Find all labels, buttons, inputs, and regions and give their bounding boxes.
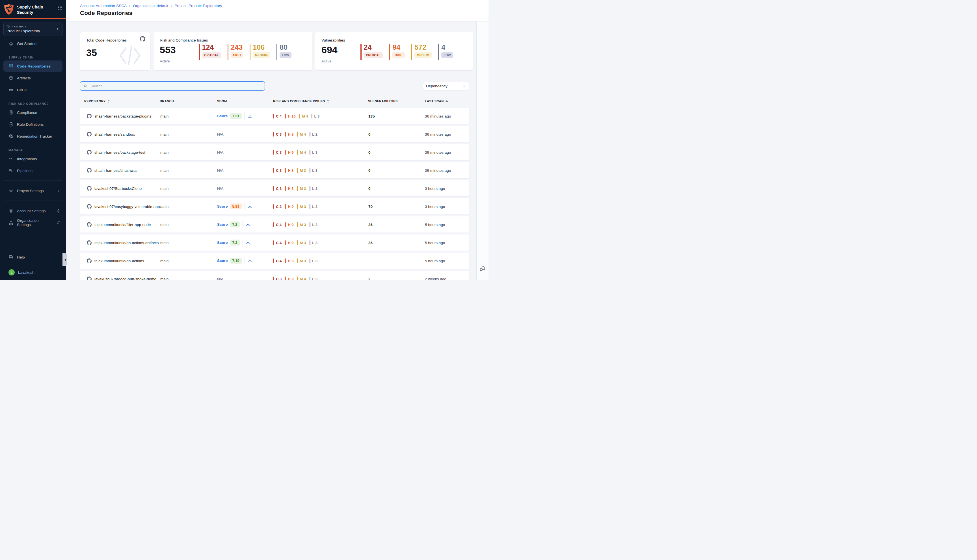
sidebar-item-remediation-tracker[interactable]: Remediation Tracker	[3, 130, 62, 142]
repository-link[interactable]: shash-harness/sandbox	[87, 132, 135, 137]
home-icon	[8, 41, 13, 46]
table-row[interactable]: shash-harness/shashwatmainN/AC 3H 8M 3L …	[80, 162, 469, 178]
table-row[interactable]: lavakush07/StarbucksClonemainN/AC 3H 8M …	[80, 180, 469, 197]
sbom-score-value: 5.83	[230, 203, 242, 209]
issues-medium: M 3	[297, 168, 306, 173]
severity-count: 243	[230, 44, 242, 51]
compliance-icon	[8, 110, 13, 115]
sidebar-item-organization-settings[interactable]: Organization Settings	[3, 217, 62, 228]
download-sbom-icon[interactable]	[248, 204, 252, 209]
severity-bar	[285, 240, 286, 245]
sidebar-item-artifacts[interactable]: Artifacts	[3, 72, 62, 83]
issues-critical: C 3	[273, 186, 282, 191]
issues-medium: M 3	[297, 258, 306, 263]
user-menu[interactable]: L Lavakush	[3, 267, 62, 278]
sidebar-section-supply-chain: SUPPLY CHAIN	[8, 56, 66, 59]
sbom-cell: Score7.19	[217, 257, 252, 265]
download-sbom-icon[interactable]	[248, 258, 252, 263]
column-header-last-scan[interactable]: LAST SCAN	[425, 100, 448, 103]
table-header-row: REPOSITORYBRANCHSBOMRISK AND COMPLIANCE …	[80, 97, 469, 108]
dependency-filter-dropdown[interactable]: Dependency	[423, 82, 469, 90]
column-header-repository[interactable]: REPOSITORY	[84, 100, 110, 103]
search-input[interactable]	[90, 83, 262, 88]
table-body: shash-harness/backstage-pluginsmainScore…	[80, 108, 469, 280]
table-row[interactable]: shash-harness/backstage-pluginsmainScore…	[80, 108, 469, 124]
breadcrumb-link[interactable]: Organization: default	[133, 4, 168, 8]
main-content: Total Code Repositories 35 Risk and Comp…	[66, 22, 476, 280]
repository-link[interactable]: shash-harness/backstage-test	[87, 150, 145, 155]
divider	[244, 112, 245, 120]
search-icon	[84, 84, 88, 88]
sidebar-section-manage: MANAGE	[8, 148, 66, 152]
sidebar-item-label: Rule Definitions	[17, 122, 44, 127]
last-scan-cell: 2 weeks ago	[425, 277, 446, 280]
repository-link[interactable]: tejakummarikuntla/filler-app-node	[87, 222, 151, 227]
issues-low: L 3	[309, 168, 317, 173]
issues-cell: C 3H 9M 3L 3	[273, 204, 317, 209]
chat-bubbles-icon[interactable]	[479, 265, 486, 272]
issues-medium: M 3	[297, 240, 306, 245]
table-row[interactable]: lavakush07/argocd-hub-spoke-demomainN/AC…	[80, 271, 469, 280]
module-grid-icon[interactable]	[58, 5, 62, 10]
card-title: Total Code Repositories	[86, 38, 127, 42]
sidebar-item-integrations[interactable]: Integrations	[3, 153, 62, 165]
brand-header: Supply Chain Security	[0, 0, 66, 18]
table-row[interactable]: shash-harness/sandboxmainN/AC 3H 8M 4L 2…	[80, 126, 469, 142]
sbom-score-label: Score	[217, 204, 228, 208]
branch-cell: main	[160, 168, 169, 172]
download-sbom-icon[interactable]	[248, 114, 252, 118]
sidebar-item-ci-cd[interactable]: CI/CD	[3, 84, 62, 95]
repository-link[interactable]: lavakush07/argocd-hub-spoke-demo	[87, 276, 156, 280]
issues-low: L 3	[309, 204, 317, 209]
branch-cell: main	[160, 258, 169, 263]
severity-count: 572	[414, 44, 426, 51]
sidebar-collapse-handle[interactable]: ◀	[62, 253, 67, 266]
repository-link[interactable]: tejakummarikuntla/gh-actions	[87, 258, 144, 263]
sidebar-item-code-repositories[interactable]: Code Repositories	[3, 60, 62, 72]
vulns-severity-low: 4LOW	[438, 44, 453, 60]
vulns-severity-high: 94HIGH	[389, 44, 405, 60]
sidebar-item-project-settings[interactable]: Project Settings	[3, 185, 62, 197]
vulnerabilities-cell: 2	[368, 277, 371, 280]
repository-link[interactable]: lavakush07/easybuggy-vulnerable-app...	[87, 204, 163, 209]
vulnerabilities-cell: 70	[368, 204, 372, 208]
breadcrumb-link[interactable]: Account: Automation-SSCA	[80, 4, 127, 8]
github-icon	[140, 36, 145, 42]
repository-name: shash-harness/backstage-test	[94, 150, 145, 154]
sidebar-nav: Get StartedSUPPLY CHAINCode Repositories…	[0, 36, 66, 228]
table-row[interactable]: tejakummarikuntla/gh-actionsmainScore7.1…	[80, 253, 469, 269]
repository-link[interactable]: shash-harness/shashwat	[87, 168, 137, 173]
table-row[interactable]: tejakummarikuntla/filler-app-nodemainSco…	[80, 217, 469, 233]
sidebar-item-compliance[interactable]: Compliance	[3, 107, 62, 118]
issues-cell: C 3H 8M 4L 2	[273, 132, 317, 137]
sidebar-item-help[interactable]: Help	[3, 252, 62, 263]
sidebar-item-get-started[interactable]: Get Started	[3, 38, 62, 49]
project-selector[interactable]: PROJECT Product Exploratory	[3, 22, 62, 36]
artifacts-icon	[8, 75, 13, 80]
divider	[242, 221, 243, 228]
sbom-score-label: Score	[217, 240, 228, 245]
repository-link[interactable]: tejakummarikuntla/gh-actions-artifacts	[87, 240, 159, 245]
sbom-cell: N/A	[217, 132, 224, 136]
issues-high: H 8	[285, 168, 294, 173]
stats-cards: Total Code Repositories 35 Risk and Comp…	[80, 32, 473, 70]
severity-bar	[273, 150, 274, 155]
sidebar-item-rule-definitions[interactable]: Rule Definitions	[3, 119, 62, 130]
breadcrumb-link[interactable]: Project: Product Exploratory	[174, 4, 222, 8]
risk-severity-breakdown: 124CRITICAL243HIGH106MEDIUM80LOW	[199, 44, 291, 60]
repository-link[interactable]: lavakush07/StarbucksClone	[87, 186, 142, 191]
table-row[interactable]: shash-harness/backstage-testmainN/AC 3H …	[80, 144, 469, 160]
sidebar-item-pipelines[interactable]: Pipelines	[3, 165, 62, 176]
total-repos-card: Total Code Repositories 35	[80, 32, 150, 70]
repository-name: shash-harness/backstage-plugins	[94, 114, 151, 118]
sidebar-item-account-settings[interactable]: Account Settings	[3, 205, 62, 217]
page-title: Code Repositories	[80, 10, 489, 17]
severity-count: 4	[441, 44, 445, 51]
download-sbom-icon[interactable]	[246, 222, 250, 227]
download-sbom-icon[interactable]	[246, 240, 250, 245]
table-row[interactable]: tejakummarikuntla/gh-actions-artifactsma…	[80, 235, 469, 251]
repository-link[interactable]: shash-harness/backstage-plugins	[87, 113, 151, 118]
column-header-risk-and-compliance-issues[interactable]: RISK AND COMPLIANCE ISSUES	[273, 100, 329, 103]
table-row[interactable]: lavakush07/easybuggy-vulnerable-app...ma…	[80, 198, 469, 215]
issues-low: L 3	[309, 240, 317, 245]
